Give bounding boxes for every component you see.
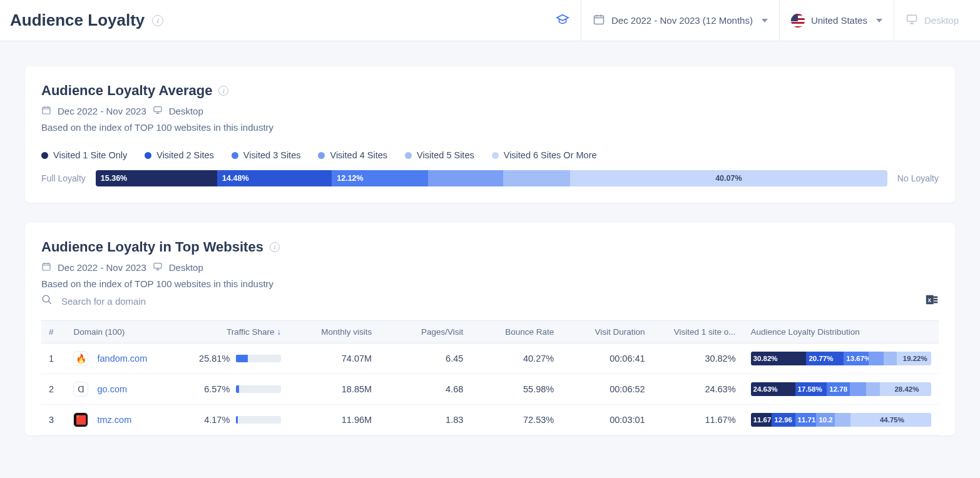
graduation-cap-icon	[556, 13, 569, 28]
country-label: United States	[811, 15, 867, 26]
cell-v1: 24.63%	[653, 374, 743, 405]
col-bounce-rate[interactable]: Bounce Rate	[471, 321, 561, 343]
table-row: 3🟥tmz.com4.17%11.96M1.8372.53%00:03:0111…	[41, 405, 939, 435]
cell-distribution: 24.63%17.58%12.7828.42%	[743, 374, 939, 405]
stacked-segment: 12.78	[827, 382, 850, 396]
device-selector[interactable]: Desktop	[894, 0, 970, 41]
info-icon[interactable]: i	[152, 15, 163, 26]
mini-bar	[236, 385, 281, 393]
svg-text:X: X	[928, 298, 932, 303]
cell-v1: 11.67%	[653, 405, 743, 435]
favicon-icon: 🟥	[73, 412, 88, 427]
mini-bar	[236, 416, 281, 424]
export-excel-button[interactable]: X	[925, 293, 939, 309]
monitor-icon	[153, 262, 163, 273]
loyalty-table: # Domain (100) Traffic Share↓ Monthly vi…	[41, 320, 939, 435]
card-device: Desktop	[169, 106, 203, 116]
monitor-icon	[906, 13, 918, 28]
calendar-icon	[593, 13, 605, 28]
legend-label: Visited 1 Site Only	[53, 150, 127, 160]
favicon-icon: 🔥	[73, 351, 88, 366]
legend-dot-icon	[492, 152, 499, 159]
card-date-range: Dec 2022 - Nov 2023	[58, 106, 146, 116]
domain-link[interactable]: go.com	[97, 384, 127, 394]
col-visited-1[interactable]: Visited 1 site o...	[653, 321, 743, 343]
us-flag-icon	[791, 14, 805, 28]
chevron-down-icon	[762, 19, 768, 23]
stacked-segment: 17.58%	[795, 382, 827, 396]
page-title: Audience Loyalty	[10, 11, 145, 30]
col-pages-visit[interactable]: Pages/Visit	[379, 321, 471, 343]
stacked-segment: 30.82%	[751, 352, 807, 365]
cell-v1: 30.82%	[653, 343, 743, 374]
cell-duration: 00:06:52	[561, 374, 652, 405]
legend-item[interactable]: Visited 4 Sites	[318, 150, 387, 160]
stacked-segment: 15.36%	[96, 170, 217, 186]
education-button[interactable]	[544, 0, 581, 41]
row-distribution-bar: 11.6712.9611.7110.244.75%	[751, 413, 931, 427]
cell-domain: ᗡgo.com	[66, 374, 188, 405]
cell-pages: 6.45	[379, 343, 471, 374]
stacked-segment: 20.77%	[806, 352, 844, 365]
page-header: Audience Loyalty i Dec 2022 - Nov 2023 (…	[0, 0, 980, 41]
cell-traffic-share: 6.57%	[189, 374, 289, 405]
stacked-segment	[835, 413, 850, 427]
search-input[interactable]	[61, 296, 249, 307]
legend-dot-icon	[405, 152, 412, 159]
legend-item[interactable]: Visited 6 Sites Or More	[492, 150, 597, 160]
domain-link[interactable]: tmz.com	[97, 415, 131, 425]
svg-rect-0	[594, 16, 603, 24]
loyalty-stacked-bar: 15.36%14.48%12.12%40.07%	[96, 170, 887, 186]
table-row: 2ᗡgo.com6.57%18.85M4.6855.98%00:06:5224.…	[41, 374, 939, 405]
stacked-segment: 13.67%	[844, 352, 868, 365]
col-loyalty-dist[interactable]: Audience Loyalty Distribution	[743, 321, 939, 343]
col-traffic-share[interactable]: Traffic Share↓	[189, 321, 289, 343]
col-visit-duration[interactable]: Visit Duration	[561, 321, 652, 343]
stacked-segment	[866, 382, 880, 396]
chevron-down-icon	[876, 19, 882, 23]
stacked-segment: 11.71	[795, 413, 817, 427]
date-range-selector[interactable]: Dec 2022 - Nov 2023 (12 Months)	[581, 0, 779, 41]
legend-dot-icon	[145, 152, 151, 159]
domain-link[interactable]: fandom.com	[97, 353, 147, 364]
col-domain[interactable]: Domain (100)	[66, 321, 188, 343]
sort-desc-icon: ↓	[277, 327, 282, 337]
legend-label: Visited 5 Sites	[417, 150, 474, 160]
svg-rect-9	[934, 299, 937, 301]
stacked-segment: 19.22%	[897, 352, 931, 365]
device-label: Desktop	[924, 15, 959, 26]
calendar-icon	[41, 262, 51, 273]
no-loyalty-label: No Loyalty	[897, 173, 939, 183]
stacked-segment	[428, 170, 503, 186]
cell-bounce: 72.53%	[471, 405, 561, 435]
svg-rect-8	[934, 297, 937, 298]
cell-domain: 🟥tmz.com	[66, 405, 188, 435]
legend-item[interactable]: Visited 2 Sites	[145, 150, 214, 160]
card-description: Based on the index of TOP 100 websites i…	[41, 278, 939, 289]
col-index[interactable]: #	[41, 321, 66, 343]
stacked-segment	[850, 382, 865, 396]
legend-item[interactable]: Visited 3 Sites	[232, 150, 301, 160]
card-description: Based on the index of TOP 100 websites i…	[41, 122, 939, 133]
legend-item[interactable]: Visited 5 Sites	[405, 150, 474, 160]
legend-dot-icon	[41, 152, 48, 159]
cell-distribution: 11.6712.9611.7110.244.75%	[743, 405, 939, 435]
info-icon[interactable]: i	[218, 86, 228, 96]
stacked-segment: 14.48%	[217, 170, 332, 186]
stacked-segment: 24.63%	[751, 382, 795, 396]
cell-traffic-share: 4.17%	[189, 405, 289, 435]
country-selector[interactable]: United States	[779, 0, 894, 41]
col-monthly-visits[interactable]: Monthly visits	[288, 321, 379, 343]
svg-rect-10	[934, 302, 937, 303]
legend-item[interactable]: Visited 1 Site Only	[41, 150, 127, 160]
cell-distribution: 30.82%20.77%13.67%19.22%	[743, 343, 939, 374]
stacked-segment: 12.12%	[332, 170, 427, 186]
cell-bounce: 55.98%	[471, 374, 561, 405]
info-icon[interactable]: i	[270, 242, 280, 252]
stacked-segment: 44.75%	[850, 413, 931, 427]
cell-monthly: 11.96M	[288, 405, 379, 435]
stacked-segment: 12.96	[772, 413, 795, 427]
cell-index: 3	[41, 405, 66, 435]
svg-point-6	[43, 295, 49, 302]
card-title: Audience Loyalty Average	[41, 83, 212, 99]
